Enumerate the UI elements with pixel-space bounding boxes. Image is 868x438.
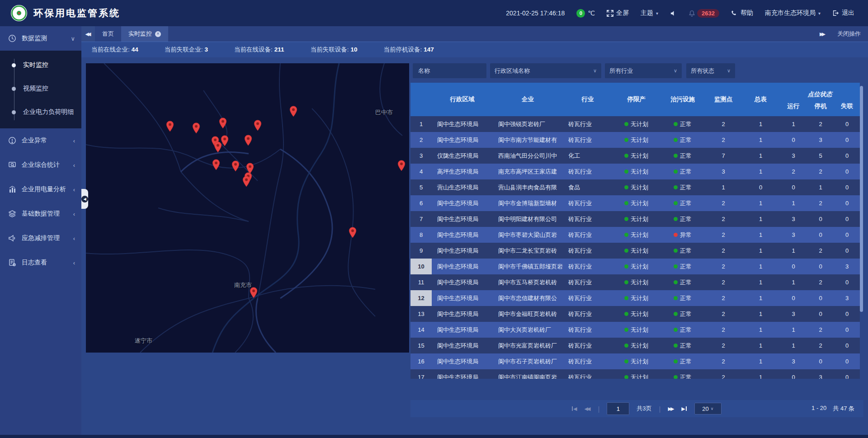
sidebar-subitem-label: 视频监控 xyxy=(23,85,48,93)
map-marker-pin[interactable] xyxy=(254,120,262,131)
page-size-select[interactable]: 20 ∨ xyxy=(694,403,722,414)
sidebar-item-7[interactable]: 日志查看‹ xyxy=(0,250,81,275)
map-marker-pin[interactable] xyxy=(349,227,357,238)
tabs-scroll-right-icon[interactable]: ▶▶ xyxy=(820,31,826,37)
cell-stop-status: 无计划 xyxy=(613,211,660,227)
sidebar-item-5[interactable]: 基础数据管理‹ xyxy=(0,202,81,226)
status-select[interactable]: 所有状态 ∨ xyxy=(686,63,735,78)
sound-button[interactable] xyxy=(670,10,677,17)
map-marker-pin[interactable] xyxy=(166,121,174,132)
status-dot-icon xyxy=(624,328,628,332)
table-row[interactable]: 3仪陇生态环境局西南油气田分公司川中化工无计划正常71350 xyxy=(410,148,860,164)
cell-region: 阆中生态环境局 xyxy=(432,227,493,243)
table-row[interactable]: 8阆中生态环境局阆中市枣碧大梁山页岩砖瓦行业无计划异常21300 xyxy=(410,227,860,243)
stat-value: 10 xyxy=(350,46,357,53)
sidebar-subitem[interactable]: 企业电力负荷明细 xyxy=(0,100,81,124)
sidebar-item-6[interactable]: 应急减排管理‹ xyxy=(0,226,81,250)
theme-menu[interactable]: 主题 ▾ xyxy=(641,9,658,17)
table-row[interactable]: 1阆中生态环境局阆中强锐页岩砖厂砖瓦行业无计划正常21120 xyxy=(410,116,860,132)
cell-monitor-points: 1 xyxy=(705,179,741,195)
app-logo-icon xyxy=(11,5,27,21)
sidebar-item-2[interactable]: 企业异常‹ xyxy=(0,128,81,153)
stat-item: 当前失联企业:3 xyxy=(165,46,208,54)
tab-实时监控[interactable]: 实时监控× xyxy=(121,26,168,42)
temp-unit: ℃ xyxy=(588,9,595,17)
map-marker-pin[interactable] xyxy=(397,160,406,171)
cell-company: 阆中市忠信建材有限公 xyxy=(493,290,563,306)
next-page-button[interactable]: ▶▶ xyxy=(668,406,674,412)
org-menu[interactable]: 南充市生态环境局 ▾ xyxy=(765,9,821,17)
cell-total-meters: 1 xyxy=(741,116,780,132)
tab-首页[interactable]: 首页 xyxy=(95,26,121,42)
table-row[interactable]: 14阆中生态环境局阆中大兴页岩机砖厂砖瓦行业无计划正常21120 xyxy=(410,322,860,338)
page-number-input[interactable] xyxy=(607,402,629,415)
column-header: 行业 xyxy=(563,83,613,116)
chevron-left-icon: ‹ xyxy=(73,259,75,266)
cell-stop-status: 无计划 xyxy=(613,338,660,353)
cell-company: 阆中明阳建材有限公司 xyxy=(493,211,563,227)
map-marker-pin[interactable] xyxy=(289,106,297,117)
table-row[interactable]: 6阆中生态环境局阆中市金博瑞新型墙材砖瓦行业无计划正常21120 xyxy=(410,195,860,211)
cell-region: 阆中生态环境局 xyxy=(432,306,493,322)
region-select[interactable]: 行政区域名称 ∨ xyxy=(490,63,601,78)
help-button[interactable]: 帮助 xyxy=(731,9,753,17)
table-row[interactable]: 4高坪生态环境局南充市高坪区王家店建砖瓦行业无计划正常31220 xyxy=(410,164,860,179)
map-marker-pin[interactable] xyxy=(244,135,252,146)
map-marker-pin[interactable] xyxy=(212,159,220,170)
map-marker-pin[interactable] xyxy=(242,176,250,187)
cell-stopped: 1 xyxy=(807,179,834,195)
fullscreen-button[interactable]: 全屏 xyxy=(607,9,629,17)
table-row[interactable]: 10阆中生态环境局阆中市千佛镇五郎垭页岩砖瓦行业无计划正常21003 xyxy=(410,259,860,274)
cell-industry: 砖瓦行业 xyxy=(563,259,613,274)
cell-stopped: 2 xyxy=(807,322,834,338)
table-row[interactable]: 13阆中生态环境局阆中市金福旺页岩机砖砖瓦行业无计划正常21300 xyxy=(410,306,860,322)
sidebar-subitem[interactable]: 视频监控 xyxy=(0,77,81,100)
cell-monitor-points: 2 xyxy=(705,369,741,379)
monitor-stats-icon xyxy=(8,161,16,169)
close-operations-button[interactable]: 关闭操作 xyxy=(837,30,861,38)
chevron-left-icon: ‹ xyxy=(73,186,75,193)
table-row[interactable]: 9阆中生态环境局阆中市二龙长宝页岩砖砖瓦行业无计划正常21120 xyxy=(410,243,860,259)
notifications[interactable]: 2632 xyxy=(689,9,719,18)
sidebar-item-3[interactable]: 企业综合统计‹ xyxy=(0,153,81,177)
sidebar-subitem[interactable]: 实时监控 xyxy=(0,53,81,77)
map-marker-pin[interactable] xyxy=(192,122,200,134)
last-page-button[interactable]: ▶ xyxy=(681,406,687,412)
table-row[interactable]: 12阆中生态环境局阆中市忠信建材有限公砖瓦行业无计划正常21003 xyxy=(410,290,860,306)
stat-value: 3 xyxy=(205,46,208,53)
table-scrollbar[interactable] xyxy=(860,86,863,312)
cell-monitor-points: 2 xyxy=(705,211,741,227)
table-row[interactable]: 17阆中生态环境局阆中市江南镇阆南页岩砖瓦行业无计划正常21030 xyxy=(410,369,860,379)
map-marker-pin[interactable] xyxy=(214,141,222,153)
map-marker-pin[interactable] xyxy=(250,287,258,298)
table-row[interactable]: 2阆中生态环境局阆中市南方节能建材有砖瓦行业无计划正常21030 xyxy=(410,132,860,148)
cell-monitor-points: 2 xyxy=(705,195,741,211)
sidebar-collapse-button[interactable]: ◀ xyxy=(81,189,88,209)
prev-page-button[interactable]: ◀◀ xyxy=(584,406,590,412)
column-header: 行政区域 xyxy=(432,83,493,116)
table-row[interactable]: 16阆中生态环境局阆中市石子页岩机砖厂砖瓦行业无计划正常21300 xyxy=(410,353,860,369)
table-row[interactable]: 15阆中生态环境局阆中市光富页岩机砖厂砖瓦行业无计划正常21120 xyxy=(410,338,860,353)
name-filter-input[interactable] xyxy=(417,67,482,75)
cell-region: 阆中生态环境局 xyxy=(432,369,493,379)
table-row[interactable]: 11阆中生态环境局阆中市五马桥页岩机砖砖瓦行业无计划正常21120 xyxy=(410,274,860,290)
map-marker-pin[interactable] xyxy=(231,160,240,172)
sidebar-item-1[interactable]: 数据监测∨ xyxy=(0,26,81,51)
industry-select[interactable]: 所有行业 ∨ xyxy=(605,63,682,78)
column-header xyxy=(410,83,432,116)
table-row[interactable]: 7阆中生态环境局阆中明阳建材有限公司砖瓦行业无计划正常21300 xyxy=(410,211,860,227)
first-page-button[interactable]: ◀ xyxy=(571,406,577,412)
map-panel[interactable]: 巴中市南充市遂宁市 xyxy=(86,63,409,353)
sidebar: 数据监测∨实时监控视频监控企业电力负荷明细企业异常‹企业综合统计‹企业用电量分析… xyxy=(0,26,81,438)
cell-facility-status: 正常 xyxy=(660,179,705,195)
cell-industry: 砖瓦行业 xyxy=(563,164,613,179)
cell-row-number: 10 xyxy=(410,259,432,274)
table-row[interactable]: 5营山生态环境局营山县润丰肉食品有限食品无计划正常10010 xyxy=(410,179,860,195)
logout-button[interactable]: 退出 xyxy=(832,9,854,17)
map-marker-pin[interactable] xyxy=(219,118,227,129)
sidebar-item-4[interactable]: 企业用电量分析‹ xyxy=(0,177,81,202)
tabs-scroll-left-button[interactable]: ◀◀ xyxy=(81,26,95,42)
status-dot-icon xyxy=(624,249,628,253)
close-icon[interactable]: × xyxy=(155,31,161,37)
name-filter[interactable] xyxy=(413,63,486,78)
